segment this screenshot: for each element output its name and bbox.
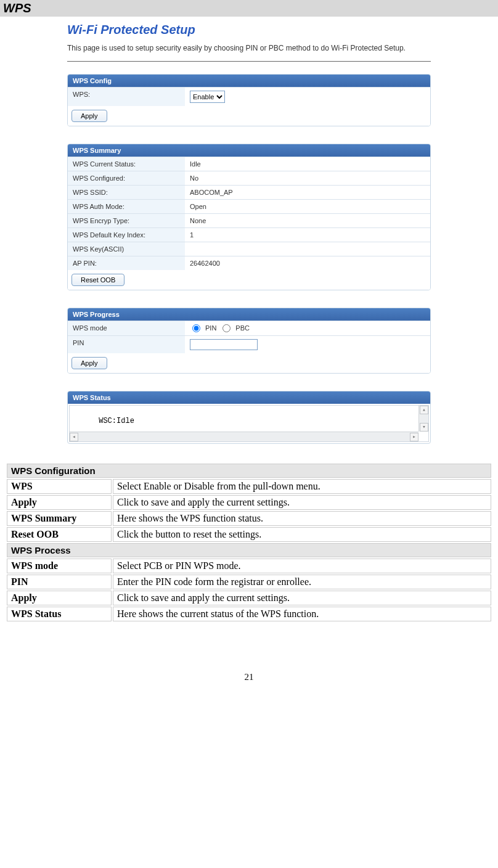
wps-current-status-label: WPS Current Status: (68, 157, 185, 171)
horizontal-scrollbar[interactable] (70, 432, 418, 441)
wps-status-text: WSC:Idle (99, 417, 134, 425)
wps-auth-label: WPS Auth Mode: (68, 200, 185, 213)
wps-enable-select[interactable]: Enable (190, 91, 225, 103)
scroll-up-icon[interactable]: ▴ (420, 406, 428, 414)
desc-key: WPS Summary (7, 511, 112, 526)
page-heading: WPS (0, 0, 498, 17)
wps-progress-header: WPS Progress (68, 308, 430, 321)
table-row: WPS StatusHere shows the current status … (7, 607, 491, 621)
desc-val: Click the button to reset the settings. (113, 527, 491, 542)
apply-progress-button[interactable]: Apply (71, 357, 107, 369)
wps-configured-value: No (185, 171, 430, 185)
reset-oob-button[interactable]: Reset OOB (71, 274, 124, 286)
wps-ssid-value: ABOCOM_AP (185, 186, 430, 199)
description-table: WPS Configuration WPSSelect Enable or Di… (6, 462, 492, 623)
wps-status-header: WPS Status (68, 391, 430, 404)
desc-val: Click to save and apply the current sett… (113, 495, 491, 510)
wps-status-textarea[interactable]: WSC:Idle ▴ ▾ ◂ ▸ (69, 405, 429, 442)
wps-key-label: WPS Key(ASCII) (68, 242, 185, 256)
desc-val: Here shows the WPS function status. (113, 511, 491, 526)
wps-current-status-value: Idle (185, 157, 430, 171)
desc-section-process: WPS Process (7, 543, 491, 557)
desc-val: Select PCB or PIN WPS mode. (113, 559, 491, 573)
wps-config-header: WPS Config (68, 75, 430, 87)
pin-radio-label: PIN (205, 324, 216, 332)
pin-label: PIN (68, 336, 185, 353)
wps-label: WPS: (68, 88, 185, 106)
wps-keyidx-value: 1 (185, 228, 430, 242)
desc-val: Click to save and apply the current sett… (113, 591, 491, 605)
desc-val: Enter the PIN code form the registrar or… (113, 575, 491, 589)
screenshot-title: Wi-Fi Protected Setup (67, 23, 431, 37)
table-row: WPS modeSelect PCB or PIN WPS mode. (7, 559, 491, 573)
apply-config-button[interactable]: Apply (71, 110, 107, 122)
wps-encryp-value: None (185, 214, 430, 227)
wps-keyidx-label: WPS Default Key Index: (68, 228, 185, 242)
page-number: 21 (0, 672, 498, 689)
divider (67, 61, 431, 62)
table-row: Reset OOBClick the button to reset the s… (7, 527, 491, 542)
desc-key: WPS mode (7, 559, 112, 573)
scroll-down-icon[interactable]: ▾ (420, 423, 428, 432)
pin-radio[interactable] (192, 324, 200, 332)
desc-key: Apply (7, 495, 112, 510)
table-row: ApplyClick to save and apply the current… (7, 495, 491, 510)
pbc-radio-label: PBC (235, 324, 250, 332)
ap-pin-label: AP PIN: (68, 256, 185, 270)
desc-section-config: WPS Configuration (7, 464, 491, 478)
scroll-right-icon[interactable]: ▸ (410, 433, 418, 441)
table-row: PINEnter the PIN code form the registrar… (7, 575, 491, 589)
desc-key: WPS (7, 479, 112, 494)
wps-config-panel: WPS Config WPS: Enable Apply (67, 74, 431, 126)
ap-pin-value: 26462400 (185, 256, 430, 270)
wps-ssid-label: WPS SSID: (68, 186, 185, 199)
desc-val: Here shows the current status of the WPS… (113, 607, 491, 621)
desc-key: PIN (7, 575, 112, 589)
scroll-left-icon[interactable]: ◂ (70, 433, 78, 441)
table-row: ApplyClick to save and apply the current… (7, 591, 491, 605)
wps-summary-panel: WPS Summary WPS Current Status: Idle WPS… (67, 144, 431, 290)
wps-summary-header: WPS Summary (68, 144, 430, 157)
table-row: WPSSelect Enable or Disable from the pul… (7, 479, 491, 494)
screenshot-panel: Wi-Fi Protected Setup This page is used … (67, 23, 431, 444)
wps-status-panel: WPS Status WSC:Idle ▴ ▾ ◂ ▸ (67, 391, 431, 444)
desc-val: Select Enable or Disable from the pull-d… (113, 479, 491, 494)
wps-key-value (185, 242, 430, 256)
wps-mode-label: WPS mode (68, 321, 185, 335)
wps-auth-value: Open (185, 200, 430, 213)
wps-configured-label: WPS Configured: (68, 171, 185, 185)
desc-key: Apply (7, 591, 112, 605)
pbc-radio[interactable] (222, 324, 231, 332)
pin-input[interactable] (190, 339, 258, 350)
table-row: WPS SummaryHere shows the WPS function s… (7, 511, 491, 526)
wps-encryp-label: WPS Encryp Type: (68, 214, 185, 227)
screenshot-description: This page is used to setup security easi… (67, 43, 431, 54)
wps-progress-panel: WPS Progress WPS mode PIN PBC PIN Apply (67, 308, 431, 374)
desc-key: Reset OOB (7, 527, 112, 542)
desc-key: WPS Status (7, 607, 112, 621)
